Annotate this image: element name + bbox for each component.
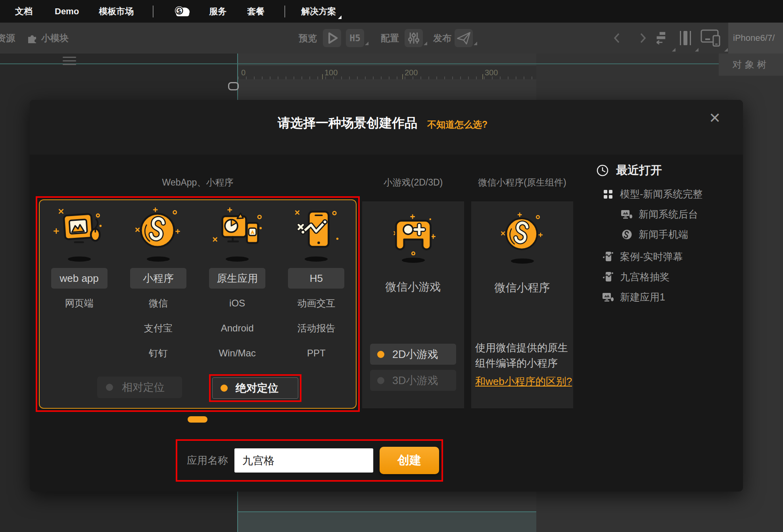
ruler-tick: 200 bbox=[405, 68, 418, 77]
radio-dot bbox=[106, 384, 113, 391]
webapp-icon bbox=[602, 292, 614, 302]
carousel-indicator[interactable] bbox=[188, 416, 207, 423]
app-name-label: 应用名称 bbox=[187, 454, 228, 467]
native-app-targets: iOS Android Win/Mac bbox=[219, 297, 255, 372]
icon-shadow bbox=[147, 256, 170, 262]
clock-icon bbox=[596, 164, 609, 177]
h5-targets: 动画交互 活动报告 PPT bbox=[297, 297, 335, 372]
native-miniprogram-description: 使用微信提供的原生 组件编译的小程序 bbox=[475, 340, 570, 371]
nav-services[interactable]: 服务 bbox=[209, 6, 226, 17]
webapp-icon bbox=[620, 209, 633, 220]
nav-solutions[interactable]: 解决方案 bbox=[301, 6, 342, 17]
svg-text:$: $ bbox=[177, 8, 181, 15]
distribute-tool-icon[interactable] bbox=[677, 23, 694, 54]
nav-docs[interactable]: 文档 bbox=[15, 6, 33, 17]
nav-template-market[interactable]: 模板市场 bbox=[99, 6, 134, 17]
publish-button[interactable] bbox=[455, 29, 473, 47]
icon-shadow bbox=[511, 258, 534, 264]
icon-shadow bbox=[226, 256, 249, 262]
h5-icon bbox=[290, 207, 342, 254]
recent-item-new-app-1[interactable]: 新建应用1 bbox=[596, 287, 763, 307]
native-section-header: 微信小程序(原生组件) bbox=[471, 176, 573, 189]
recent-item-model-news-system[interactable]: 模型-新闻系统完整 bbox=[596, 184, 763, 204]
native-miniprogram-scene-card[interactable]: 微信小程序 使用微信提供的原生 组件编译的小程序 和web小程序的区别? bbox=[471, 201, 573, 408]
create-scene-modal: 请选择一种场景创建作品 不知道怎么选? ✕ WebApp、小程序 小游戏(2D/… bbox=[30, 100, 743, 492]
radio-dot bbox=[377, 351, 384, 358]
native-app-icon bbox=[211, 207, 263, 254]
module-button[interactable]: 小模块 bbox=[41, 23, 69, 54]
nav-divider bbox=[284, 6, 285, 17]
miniprogram-icon bbox=[132, 207, 184, 254]
nav-plans[interactable]: 套餐 bbox=[247, 6, 265, 17]
recent-opened-list: 模型-新闻系统完整 新闻系统后台 bbox=[596, 184, 763, 307]
hamburger-menu-icon[interactable] bbox=[63, 57, 76, 67]
editor-toolbar: 资源 小模块 预览 H5 配置 发布 bbox=[0, 23, 783, 54]
config-label[interactable]: 配置 bbox=[381, 23, 399, 54]
webapp-section-header: WebApp、小程序 bbox=[36, 176, 360, 189]
help-link[interactable]: 不知道怎么选? bbox=[427, 119, 487, 131]
dropdown-triangle-icon bbox=[338, 15, 342, 19]
resource-button[interactable]: 资源 bbox=[0, 23, 15, 54]
publish-label[interactable]: 发布 bbox=[433, 23, 451, 54]
play-icon bbox=[324, 30, 340, 46]
sliders-icon bbox=[406, 30, 422, 46]
header-divider bbox=[0, 63, 719, 64]
absolute-positioning-highlight: 绝对定位 bbox=[209, 374, 301, 402]
top-navbar: 文档 Demo 模板市场 $ 服务 套餐 解决方案 bbox=[0, 0, 783, 23]
preview-label[interactable]: 预览 bbox=[299, 23, 317, 54]
tab-object-tree[interactable]: 对象树 bbox=[719, 54, 783, 76]
device-selector[interactable]: iPhone6/7/ bbox=[728, 23, 783, 54]
radio-relative-positioning[interactable]: 相对定位 bbox=[97, 377, 182, 398]
puzzle-icon bbox=[25, 23, 39, 54]
cloud-dollar-icon[interactable]: $ bbox=[173, 5, 192, 18]
icon-shadow bbox=[305, 256, 328, 262]
ruler-tick: 0 bbox=[241, 68, 246, 77]
close-icon[interactable]: ✕ bbox=[709, 111, 721, 125]
recent-item-news-backend[interactable]: 新闻系统后台 bbox=[596, 204, 763, 224]
radio-absolute-positioning[interactable]: 绝对定位 bbox=[212, 377, 298, 399]
radio-dot bbox=[221, 385, 228, 392]
canvas-handle bbox=[228, 82, 239, 90]
webapp-card-highlight: web app 网页端 bbox=[36, 196, 360, 412]
minigame-scene-card[interactable]: 微信小游戏 2D小游戏 3D小游戏 bbox=[362, 201, 464, 408]
preview-play-button[interactable] bbox=[323, 29, 341, 47]
radio-dot bbox=[377, 377, 384, 384]
webapp-scene-card[interactable]: web app 网页端 bbox=[39, 199, 357, 409]
align-tool-icon[interactable] bbox=[654, 23, 671, 54]
minigame-label: 微信小游戏 bbox=[386, 279, 441, 295]
recent-item-news-mobile[interactable]: 新闻手机端 bbox=[596, 224, 763, 245]
recent-opened-header: 最近打开 bbox=[596, 163, 662, 178]
webapp-type-button[interactable]: web app bbox=[51, 268, 107, 289]
ruler-tick: 100 bbox=[324, 68, 338, 77]
miniprogram-icon bbox=[620, 229, 633, 240]
native-app-type-button[interactable]: 原生应用 bbox=[209, 268, 265, 289]
h5-preview-button[interactable]: H5 bbox=[346, 29, 364, 47]
create-button[interactable]: 创建 bbox=[380, 447, 439, 474]
h5-icon: H5 bbox=[349, 33, 361, 43]
modal-title: 请选择一种场景创建作品 bbox=[278, 115, 417, 132]
editor-screen: 文档 Demo 模板市场 $ 服务 套餐 解决方案 资源 小模块 预览 bbox=[0, 0, 783, 532]
config-button[interactable] bbox=[405, 29, 423, 47]
redo-chevron-right-icon[interactable] bbox=[634, 23, 652, 54]
paper-plane-icon bbox=[456, 30, 472, 46]
miniprogram-type-button[interactable]: 小程序 bbox=[130, 268, 186, 289]
device-preview-icon[interactable] bbox=[700, 23, 724, 54]
radio-3d-minigame[interactable]: 3D小游戏 bbox=[370, 370, 456, 391]
radio-2d-minigame[interactable]: 2D小游戏 bbox=[370, 344, 456, 365]
h5-type-button[interactable]: H5 bbox=[288, 268, 344, 289]
undo-chevron-left-icon[interactable] bbox=[608, 23, 626, 54]
miniprogram-targets: 微信 支付宝 钉钉 bbox=[144, 297, 173, 372]
miniprogram-icon bbox=[498, 212, 547, 256]
webapp-icon bbox=[53, 207, 106, 254]
recent-item-ninegrid-lottery[interactable]: 九宫格抽奖 bbox=[596, 267, 763, 287]
canvas-bottom-bar bbox=[238, 511, 536, 532]
grid-icon bbox=[602, 189, 614, 199]
ruler-tick: 300 bbox=[485, 68, 498, 77]
nav-divider bbox=[153, 6, 154, 17]
app-name-input[interactable] bbox=[234, 448, 373, 473]
create-form-highlight: 应用名称 创建 bbox=[176, 439, 443, 482]
recent-item-realtime-danmu[interactable]: 案例-实时弹幕 bbox=[596, 247, 763, 267]
h5-icon bbox=[602, 272, 614, 283]
difference-link[interactable]: 和web小程序的区别? bbox=[475, 375, 572, 388]
nav-demo[interactable]: Demo bbox=[55, 6, 79, 17]
